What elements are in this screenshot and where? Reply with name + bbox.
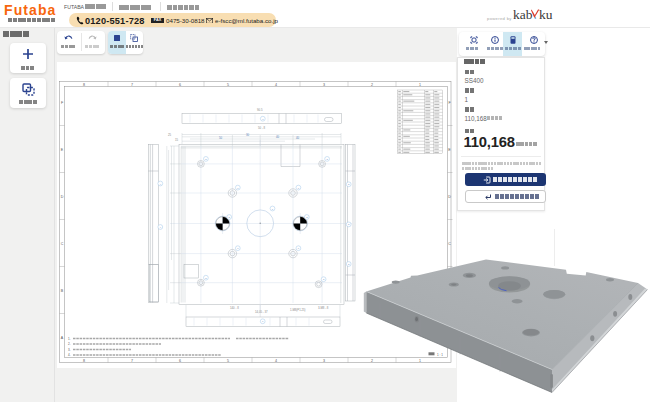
svg-text:C: C: [61, 242, 64, 246]
svg-text:15: 15: [175, 138, 179, 142]
svg-text:1 : 1: 1 : 1: [437, 353, 443, 357]
svg-text:D: D: [448, 195, 451, 199]
svg-text:4.: 4.: [68, 353, 71, 357]
svg-text:7: 7: [131, 83, 133, 87]
svg-text:90.5: 90.5: [257, 108, 263, 112]
svg-text:1: 1: [419, 359, 421, 363]
svg-text:3: 3: [323, 83, 325, 87]
svg-text:4: 4: [275, 359, 277, 363]
svg-text:40: 40: [296, 136, 300, 140]
svg-text:1: 1: [419, 83, 421, 87]
svg-text:2.: 2.: [68, 342, 71, 346]
svg-text:8: 8: [83, 83, 85, 87]
svg-text:2: 2: [371, 83, 373, 87]
svg-text:30: 30: [246, 133, 250, 137]
svg-text:3: 3: [323, 359, 325, 363]
svg-text:4: 4: [275, 83, 277, 87]
svg-text:40: 40: [276, 135, 280, 139]
svg-text:8: 8: [83, 359, 85, 363]
svg-text:1-M8(P1.25): 1-M8(P1.25): [290, 308, 306, 312]
svg-text:3-M8 - 8: 3-M8 - 8: [318, 306, 329, 310]
svg-text:7: 7: [131, 359, 133, 363]
svg-text:6: 6: [179, 359, 181, 363]
svg-text:1.: 1.: [68, 337, 71, 341]
svg-text:14,05 - 37: 14,05 - 37: [255, 310, 268, 314]
svg-text:3.: 3.: [68, 348, 71, 352]
svg-text:50: 50: [219, 136, 223, 140]
svg-text:140 - 8: 140 - 8: [230, 306, 239, 310]
svg-text:2: 2: [371, 359, 373, 363]
svg-text:5: 5: [227, 359, 229, 363]
svg-text:C: C: [448, 242, 451, 246]
svg-text:6: 6: [179, 83, 181, 87]
svg-text:25: 25: [168, 133, 172, 137]
svg-text:5: 5: [227, 83, 229, 87]
svg-text:D: D: [61, 195, 64, 199]
svg-text:50 - 8: 50 - 8: [258, 126, 266, 130]
